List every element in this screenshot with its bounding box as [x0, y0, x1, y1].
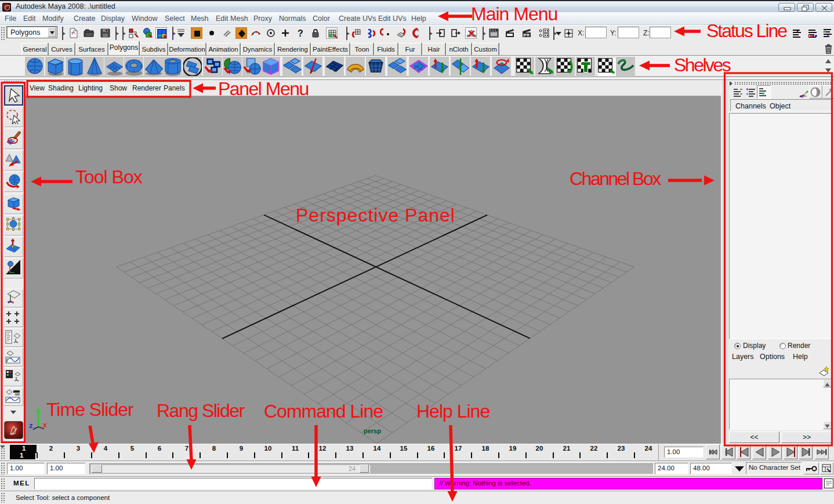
svg-text:x: x — [43, 421, 47, 429]
svg-text:?: ? — [298, 28, 303, 38]
svg-text:z: z — [29, 421, 33, 430]
svg-text:IPR: IPR — [523, 33, 530, 37]
